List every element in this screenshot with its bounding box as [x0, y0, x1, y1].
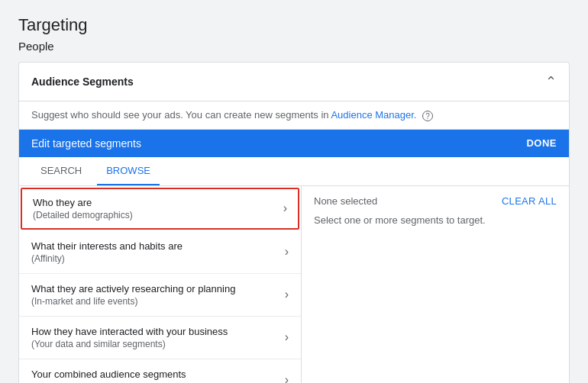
content-area: Who they are (Detailed demographics) › W… [19, 186, 569, 383]
section-title: People [18, 40, 570, 53]
segment-main-label: Your combined audience segments [31, 369, 186, 380]
audience-segments-card: Audience Segments ⌃ Suggest who should s… [18, 62, 570, 383]
right-panel: None selected CLEAR ALL Select one or mo… [302, 186, 569, 383]
segment-sub-label: (Your data and similar segments) [31, 339, 228, 349]
segment-item-interests[interactable]: What their interests and habits are (Aff… [19, 231, 301, 274]
card-header-title: Audience Segments [31, 76, 134, 88]
tab-browse[interactable]: BROWSE [97, 157, 160, 185]
suggest-prefix: Suggest who should see your ads. You can… [31, 109, 331, 121]
segment-main-label: What they are actively researching or pl… [31, 283, 235, 294]
card-header: Audience Segments ⌃ [19, 63, 569, 101]
chevron-right-icon: › [285, 330, 289, 344]
page-container: Targeting People Audience Segments ⌃ Sug… [0, 0, 588, 383]
segment-item-interacted[interactable]: How they have interacted with your busin… [19, 317, 301, 359]
none-selected-label: None selected [314, 195, 377, 207]
tab-search[interactable]: SEARCH [31, 157, 91, 185]
chevron-right-icon: › [285, 373, 289, 383]
edit-bar: Edit targeted segments DONE [19, 130, 569, 157]
select-prompt: Select one or more segments to target. [314, 214, 557, 226]
segment-main-label: How they have interacted with your busin… [31, 326, 228, 337]
segment-main-label: Who they are [33, 197, 133, 208]
tabs-row: SEARCH BROWSE [19, 157, 569, 186]
chevron-right-icon: › [285, 245, 289, 259]
segment-main-label: What their interests and habits are [31, 240, 183, 252]
chevron-right-icon: › [283, 201, 287, 215]
collapse-icon[interactable]: ⌃ [545, 73, 557, 90]
chevron-right-icon: › [285, 288, 289, 301]
edit-bar-title: Edit targeted segments [31, 137, 141, 150]
segment-item-combined[interactable]: Your combined audience segments (Combine… [19, 359, 301, 383]
page-title: Targeting [18, 15, 570, 35]
left-panel: Who they are (Detailed demographics) › W… [19, 186, 302, 383]
clear-all-button[interactable]: CLEAR ALL [502, 195, 557, 207]
segment-item-researching[interactable]: What they are actively researching or pl… [19, 274, 301, 317]
right-panel-header: None selected CLEAR ALL [314, 195, 557, 207]
help-icon[interactable]: ? [422, 111, 433, 121]
segment-item-who-they-are[interactable]: Who they are (Detailed demographics) › [21, 188, 299, 230]
segment-sub-label: (Detailed demographics) [33, 210, 133, 220]
segment-sub-label: (In-market and life events) [31, 296, 235, 307]
segment-sub-label: (Affinity) [31, 253, 183, 264]
done-button[interactable]: DONE [526, 137, 557, 149]
audience-manager-link[interactable]: Audience Manager. [331, 109, 416, 121]
suggest-text-row: Suggest who should see your ads. You can… [19, 101, 569, 130]
